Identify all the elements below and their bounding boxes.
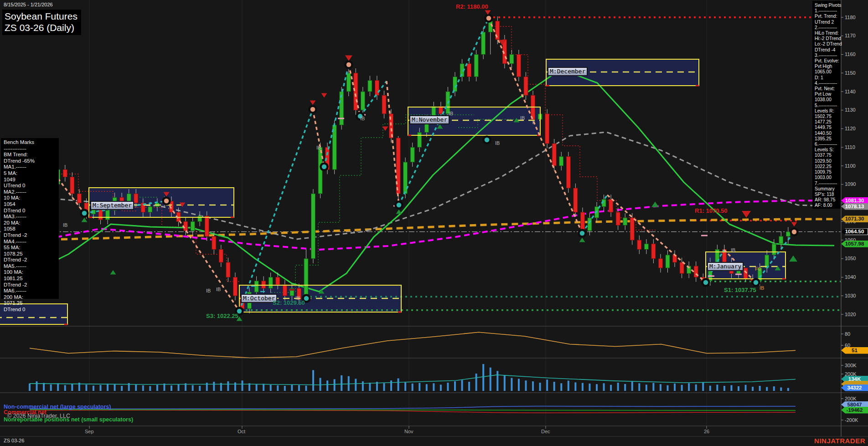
time-axis-label: Oct bbox=[238, 429, 245, 434]
month-label-tag[interactable]: M:November bbox=[409, 115, 450, 124]
legend-nonreportable: Nonreportable positions net (small specu… bbox=[4, 416, 133, 423]
indicator-badge: -19462 bbox=[841, 407, 868, 414]
swing-pivots-line: 1449.75 bbox=[815, 125, 842, 130]
candle-body bbox=[198, 216, 202, 221]
bench-marks-line: DTrend 0 bbox=[4, 307, 35, 313]
up-triangle-marker bbox=[396, 210, 402, 214]
instrument-name: Soybean Futures bbox=[5, 10, 78, 22]
up-triangle-marker bbox=[110, 270, 116, 275]
volume-bar bbox=[716, 384, 718, 391]
candle-body bbox=[658, 259, 662, 268]
bench-marks-line: 100 MA: bbox=[4, 269, 35, 276]
volume-bar bbox=[398, 378, 399, 391]
level-label-S3: S3: 1022.25 bbox=[206, 313, 238, 319]
candle-body bbox=[574, 188, 578, 212]
candle-body bbox=[680, 262, 684, 273]
volume-bar bbox=[213, 382, 215, 391]
price-tick-label: 1090 bbox=[845, 181, 856, 187]
candle-body bbox=[453, 77, 457, 92]
ib-label: IB bbox=[495, 140, 500, 146]
volume-bar bbox=[29, 384, 31, 391]
up-triangle-marker bbox=[579, 238, 585, 242]
candle-body bbox=[779, 236, 783, 244]
month-label-tag[interactable]: M:September bbox=[90, 201, 134, 210]
candle-body bbox=[276, 277, 280, 285]
volume-bar bbox=[518, 379, 520, 391]
candle-body bbox=[666, 255, 670, 268]
price-tick-label: 1180 bbox=[845, 15, 856, 20]
volume-bar bbox=[461, 380, 463, 391]
swing-pivots-line: Pvt. Evolve: bbox=[815, 58, 842, 64]
time-axis-label: 26 bbox=[704, 429, 709, 434]
candle-body bbox=[318, 147, 322, 194]
volume-bar bbox=[667, 385, 669, 391]
volume-bar bbox=[596, 384, 598, 391]
swing-high-pivot-marker bbox=[163, 198, 170, 205]
ninjatrader-chart-window: 8/15/2025 - 1/21/2026 Soybean Futures ZS… bbox=[0, 0, 868, 446]
candle-body bbox=[396, 138, 400, 194]
level-label-S1: S1: 1037.75 bbox=[724, 287, 756, 293]
contract-interval: ZS 03-26 (Daily) bbox=[5, 22, 78, 33]
volume-bar bbox=[723, 386, 725, 391]
month-label-tag[interactable]: M:January bbox=[707, 262, 744, 271]
candle-body bbox=[219, 249, 223, 262]
swing-pivots-line: 6.------------ bbox=[815, 142, 842, 147]
candle-body bbox=[772, 244, 776, 255]
candle-body bbox=[410, 147, 414, 162]
candle-body bbox=[191, 221, 195, 231]
month-label-tag[interactable]: M:October bbox=[241, 294, 277, 303]
month-label-tag[interactable]: M:December bbox=[548, 67, 588, 76]
chart-canvas[interactable] bbox=[0, 0, 868, 446]
chart-title: Soybean Futures ZS 03-26 (Daily) bbox=[2, 10, 81, 35]
tab-instrument-label[interactable]: ZS 03-26 bbox=[4, 438, 24, 443]
swing-pivots-line: Summary bbox=[815, 186, 842, 192]
price-badge: 1071.30 bbox=[841, 215, 868, 222]
candle-body bbox=[304, 259, 308, 300]
price-badge: 1057.98 bbox=[841, 241, 868, 247]
volume-bar bbox=[142, 385, 144, 391]
bench-marks-line: 55 MA: bbox=[4, 245, 35, 251]
down-triangle-marker bbox=[791, 222, 797, 226]
candle-body bbox=[616, 212, 620, 226]
volume-bar bbox=[341, 375, 342, 391]
candle-body bbox=[651, 244, 656, 259]
bench-marks-line: MA2.------ bbox=[4, 189, 35, 195]
candle-body bbox=[77, 194, 81, 203]
swing-low-pivot-marker bbox=[81, 210, 88, 217]
swing-pivots-line: 1065.00 bbox=[815, 69, 842, 75]
ib-label: IB bbox=[520, 115, 525, 121]
up-triangle-marker bbox=[651, 202, 659, 207]
volume-bar bbox=[688, 383, 690, 391]
swing-low-pivot-marker bbox=[321, 164, 328, 170]
volume-bar bbox=[433, 383, 434, 391]
oscillator-line bbox=[30, 332, 796, 358]
time-axis-label: Sep bbox=[85, 429, 94, 434]
candle-body bbox=[609, 199, 613, 212]
swing-pivots-line: Pvt. Trend: bbox=[815, 14, 842, 19]
volume-bar bbox=[539, 383, 541, 391]
volume-bar bbox=[454, 381, 456, 391]
swing-low-pivot-marker bbox=[579, 230, 586, 237]
bench-marks-line: 200 MA: bbox=[4, 294, 35, 301]
candle-body bbox=[354, 73, 358, 110]
candle-body bbox=[205, 216, 209, 236]
volume-bar bbox=[681, 385, 683, 391]
bench-marks-line: MA6.------ bbox=[4, 288, 35, 294]
volume-bar bbox=[738, 386, 739, 391]
swing-pivots-line: Levels S: bbox=[815, 147, 842, 153]
ib-label: IB bbox=[731, 247, 735, 253]
candle-body bbox=[148, 207, 152, 212]
indicator-badge: 51 bbox=[841, 347, 868, 354]
swing-pivots-line: 7.------------ bbox=[815, 181, 842, 186]
oscillator-tick-label: 80 bbox=[845, 331, 850, 337]
level-label-R1: R1: 1070.50 bbox=[695, 207, 728, 214]
volume-bar bbox=[773, 386, 775, 391]
volume-bar bbox=[263, 384, 264, 391]
volume-bar bbox=[284, 386, 286, 391]
volume-bar bbox=[114, 384, 116, 391]
volume-bar bbox=[227, 381, 229, 391]
cot-tick-label: -200K bbox=[845, 417, 858, 423]
candle-body bbox=[262, 281, 266, 288]
bench-marks-line: UTrend 0 bbox=[4, 183, 35, 189]
bench-marks-line: MA4.------ bbox=[4, 239, 35, 245]
